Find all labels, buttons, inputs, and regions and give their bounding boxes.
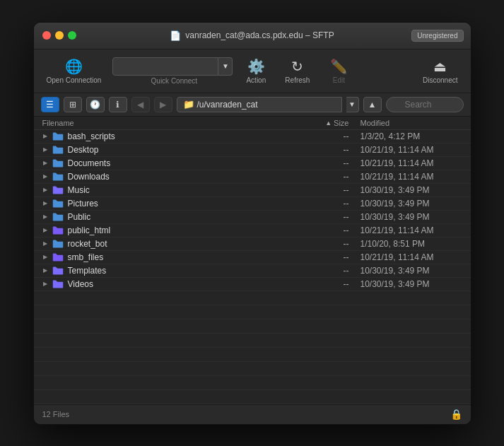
file-list-header: Filename ▲ Size Modified bbox=[34, 117, 471, 130]
file-size: -- bbox=[293, 212, 349, 222]
table-row[interactable]: ▶ public_html -- 10/21/19, 11:14 AM bbox=[34, 224, 471, 237]
main-toolbar: 🌐 Open Connection ▼ Quick Connect ⚙️ Act… bbox=[34, 49, 471, 93]
sort-arrow: ▲ bbox=[325, 119, 332, 127]
file-size: -- bbox=[293, 131, 349, 141]
folder-icon bbox=[52, 279, 64, 289]
sftp-window: 📄 vanraden_cat@ada.cs.pdx.edu – SFTP Unr… bbox=[33, 22, 471, 425]
file-modified: 1/3/20, 4:12 PM bbox=[349, 131, 462, 141]
file-name: Documents bbox=[68, 158, 111, 168]
table-row[interactable]: ▶ Public -- 10/30/19, 3:49 PM bbox=[34, 211, 471, 224]
table-row[interactable]: ▶ Desktop -- 10/21/19, 11:14 AM bbox=[34, 143, 471, 157]
back-button[interactable]: ◀ bbox=[131, 97, 150, 112]
disconnect-button[interactable]: ⏏ Disconnect bbox=[417, 55, 463, 87]
info-view-button[interactable]: ℹ bbox=[109, 97, 127, 112]
file-name: Music bbox=[68, 185, 90, 195]
empty-row bbox=[34, 376, 471, 390]
maximize-button[interactable] bbox=[68, 31, 76, 40]
file-name: Desktop bbox=[68, 145, 99, 155]
folder-icon bbox=[52, 158, 64, 168]
expander-icon: ▶ bbox=[42, 214, 48, 220]
table-row[interactable]: ▶ Videos -- 10/30/19, 3:49 PM bbox=[34, 278, 471, 291]
up-button[interactable]: ▲ bbox=[363, 97, 382, 112]
minimize-button[interactable] bbox=[55, 31, 64, 40]
files-count: 12 Files bbox=[42, 410, 70, 418]
file-size: -- bbox=[293, 239, 349, 249]
file-size: -- bbox=[293, 199, 349, 209]
table-row[interactable]: ▶ Templates -- 10/30/19, 3:49 PM bbox=[34, 264, 471, 278]
folder-icon bbox=[52, 185, 64, 195]
folder-icon bbox=[52, 225, 64, 235]
file-size: -- bbox=[293, 252, 349, 262]
table-row[interactable]: ▶ Pictures -- 10/30/19, 3:49 PM bbox=[34, 197, 471, 211]
close-button[interactable] bbox=[42, 31, 51, 40]
unregistered-badge: Unregistered bbox=[411, 30, 463, 42]
expander-icon: ▶ bbox=[42, 254, 48, 260]
file-size: -- bbox=[293, 279, 349, 289]
folder-icon bbox=[52, 266, 64, 276]
file-name: Pictures bbox=[68, 199, 98, 209]
empty-row bbox=[34, 334, 471, 348]
folder-icon bbox=[52, 131, 64, 141]
icon-view-button[interactable]: 🕐 bbox=[86, 97, 105, 112]
table-row[interactable]: ▶ bash_scripts -- 1/3/20, 4:12 PM bbox=[34, 130, 471, 143]
sftp-icon: 📄 bbox=[170, 30, 181, 41]
file-name: Downloads bbox=[68, 172, 110, 182]
list-view-button[interactable]: ☰ bbox=[41, 97, 59, 112]
file-name-cell: ▶ Music bbox=[42, 185, 293, 195]
file-size: -- bbox=[293, 172, 349, 182]
file-name: bash_scripts bbox=[68, 131, 115, 141]
file-modified: 10/30/19, 3:49 PM bbox=[349, 185, 462, 195]
folder-icon bbox=[52, 252, 64, 262]
folder-icon bbox=[52, 199, 64, 209]
refresh-button[interactable]: ↻ Refresh bbox=[279, 55, 315, 87]
path-dropdown[interactable]: ▼ bbox=[346, 97, 359, 112]
path-bar: 📁 /u/vanraden_cat bbox=[177, 97, 342, 112]
column-view-button[interactable]: ⊞ bbox=[64, 97, 82, 112]
secondary-toolbar: ☰ ⊞ 🕐 ℹ ◀ ▶ 📁 /u/vanraden_cat ▼ ▲ 🔍 bbox=[34, 93, 471, 117]
traffic-lights bbox=[42, 31, 76, 40]
table-row[interactable]: ▶ smb_files -- 10/21/19, 11:14 AM bbox=[34, 251, 471, 264]
file-name-cell: ▶ Public bbox=[42, 212, 293, 222]
file-name: public_html bbox=[68, 225, 111, 235]
forward-button[interactable]: ▶ bbox=[154, 97, 172, 112]
expander-icon: ▶ bbox=[42, 228, 48, 233]
action-button[interactable]: ⚙️ Action bbox=[238, 55, 274, 87]
file-name: Videos bbox=[68, 279, 93, 289]
file-name-cell: ▶ Documents bbox=[42, 158, 293, 168]
file-name-cell: ▶ Templates bbox=[42, 266, 293, 276]
table-row[interactable]: ▶ rocket_bot -- 1/10/20, 8:51 PM bbox=[34, 237, 471, 251]
table-row[interactable]: ▶ Documents -- 10/21/19, 11:14 AM bbox=[34, 157, 471, 170]
quick-connect-dropdown[interactable]: ▼ bbox=[218, 57, 233, 76]
filename-column-header[interactable]: Filename bbox=[42, 119, 293, 127]
file-size: -- bbox=[293, 266, 349, 276]
expander-icon: ▶ bbox=[42, 147, 48, 153]
expander-icon: ▶ bbox=[42, 241, 48, 247]
table-row[interactable]: ▶ Music -- 10/30/19, 3:49 PM bbox=[34, 184, 471, 197]
folder-icon bbox=[52, 239, 64, 249]
modified-column-header[interactable]: Modified bbox=[349, 119, 462, 127]
empty-row bbox=[34, 319, 471, 334]
expander-icon: ▶ bbox=[42, 268, 48, 274]
size-column-header[interactable]: ▲ Size bbox=[293, 119, 349, 127]
window-title: 📄 vanraden_cat@ada.cs.pdx.edu – SFTP bbox=[170, 30, 334, 41]
lock-icon: 🔒 bbox=[450, 409, 462, 420]
quick-connect-input[interactable] bbox=[112, 57, 218, 76]
table-row[interactable]: ▶ Downloads -- 10/21/19, 11:14 AM bbox=[34, 170, 471, 184]
empty-row bbox=[34, 348, 471, 362]
edit-button[interactable]: ✏️ Edit bbox=[321, 55, 356, 87]
folder-icon bbox=[52, 145, 64, 155]
file-size: -- bbox=[293, 225, 349, 235]
expander-icon: ▶ bbox=[42, 174, 48, 180]
quick-connect-row: ▼ bbox=[112, 57, 233, 76]
expander-icon: ▶ bbox=[42, 160, 48, 166]
expander-icon: ▶ bbox=[42, 134, 48, 139]
open-connection-button[interactable]: 🌐 Open Connection bbox=[41, 55, 107, 87]
file-size: -- bbox=[293, 158, 349, 168]
open-connection-icon: 🌐 bbox=[65, 58, 83, 75]
file-name-cell: ▶ smb_files bbox=[42, 252, 293, 262]
edit-icon: ✏️ bbox=[330, 58, 348, 75]
file-modified: 1/10/20, 8:51 PM bbox=[349, 239, 462, 249]
search-input[interactable] bbox=[386, 97, 464, 112]
quick-connect-group: ▼ Quick Connect bbox=[112, 57, 233, 85]
empty-row bbox=[34, 390, 471, 404]
